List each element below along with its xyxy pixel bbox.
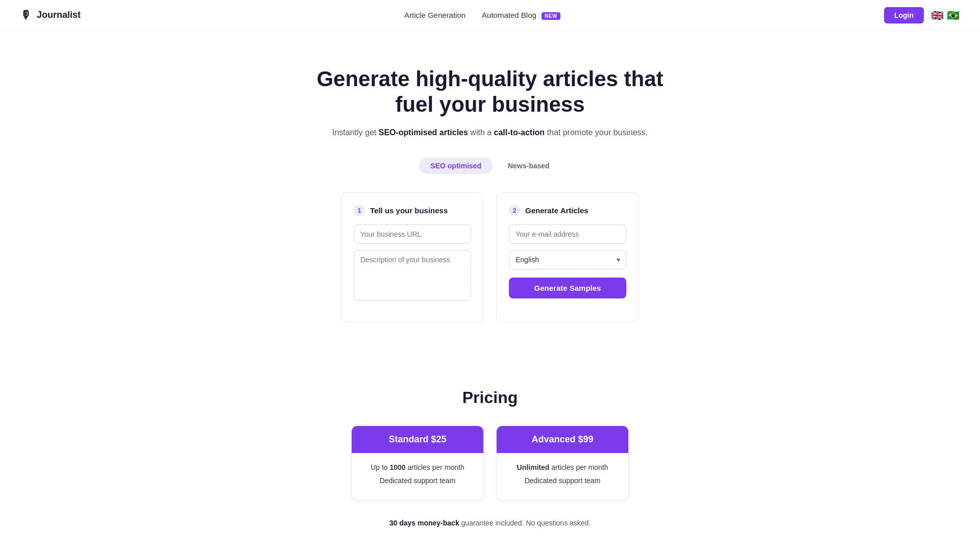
navbar: 🎙 Journalist Article Generation Automate… xyxy=(0,0,980,31)
tab-seo-optimised[interactable]: SEO optimised xyxy=(419,158,493,174)
advanced-plan-header: Advanced $99 xyxy=(497,426,628,453)
step2-card: 2 Generate Articles English Spanish Fren… xyxy=(496,192,639,322)
step1-card: 1 Tell us your business xyxy=(341,192,484,322)
standard-plan-header: Standard $25 xyxy=(352,426,483,453)
business-description-input[interactable] xyxy=(354,250,471,301)
nav-automated-blog[interactable]: Automated Blog NEW xyxy=(482,11,560,19)
nav-article-generation[interactable]: Article Generation xyxy=(404,11,465,19)
step2-title: 2 Generate Articles xyxy=(509,205,626,216)
business-url-input[interactable] xyxy=(354,224,471,244)
standard-feature-2: Dedicated support team xyxy=(360,477,475,485)
standard-feature-1: Up to 1000 articles per month xyxy=(360,463,475,471)
step1-badge: 1 xyxy=(354,205,365,216)
nav-right: Login 🇬🇧 🇧🇷 xyxy=(884,7,960,23)
standard-plan-body: Up to 1000 articles per month Dedicated … xyxy=(352,453,483,500)
advanced-feature-1: Unlimited articles per month xyxy=(505,463,620,471)
step1-title: 1 Tell us your business xyxy=(354,205,471,216)
flag-icons: 🇬🇧 🇧🇷 xyxy=(931,9,960,21)
money-back-guarantee: 30 days money-back guarantee included. N… xyxy=(10,519,970,527)
advanced-feature-2: Dedicated support team xyxy=(505,477,620,485)
email-input[interactable] xyxy=(509,224,626,244)
nav-links: Article Generation Automated Blog NEW xyxy=(404,11,560,19)
flag-br[interactable]: 🇧🇷 xyxy=(947,9,960,21)
hero-section: Generate high-quality articles that fuel… xyxy=(0,31,980,347)
language-select-wrapper: English Spanish French Portuguese German xyxy=(509,250,626,269)
pricing-cards: Standard $25 Up to 1000 articles per mon… xyxy=(10,425,970,500)
article-type-tabs: SEO optimised News-based xyxy=(10,158,970,174)
advanced-plan-card: Advanced $99 Unlimited articles per mont… xyxy=(496,425,629,500)
logo[interactable]: 🎙 Journalist xyxy=(20,9,81,22)
advanced-plan-body: Unlimited articles per month Dedicated s… xyxy=(497,453,628,500)
hero-title: Generate high-quality articles that fuel… xyxy=(311,66,669,118)
pricing-section: Pricing Standard $25 Up to 1000 articles… xyxy=(0,347,980,551)
logo-text: Journalist xyxy=(37,10,81,20)
hero-subtitle: Instantly get SEO-optimised articles wit… xyxy=(10,128,970,137)
logo-icon: 🎙 xyxy=(20,9,32,22)
new-badge: NEW xyxy=(542,12,560,20)
standard-plan-card: Standard $25 Up to 1000 articles per mon… xyxy=(351,425,484,500)
language-select[interactable]: English Spanish French Portuguese German xyxy=(509,250,626,269)
generate-samples-button[interactable]: Generate Samples xyxy=(509,278,626,298)
flag-uk[interactable]: 🇬🇧 xyxy=(931,9,944,21)
login-button[interactable]: Login xyxy=(884,7,924,23)
step2-badge: 2 xyxy=(509,205,520,216)
pricing-title: Pricing xyxy=(10,388,970,407)
tab-news-based[interactable]: News-based xyxy=(497,158,561,174)
form-section: 1 Tell us your business 2 Generate Artic… xyxy=(10,192,970,322)
